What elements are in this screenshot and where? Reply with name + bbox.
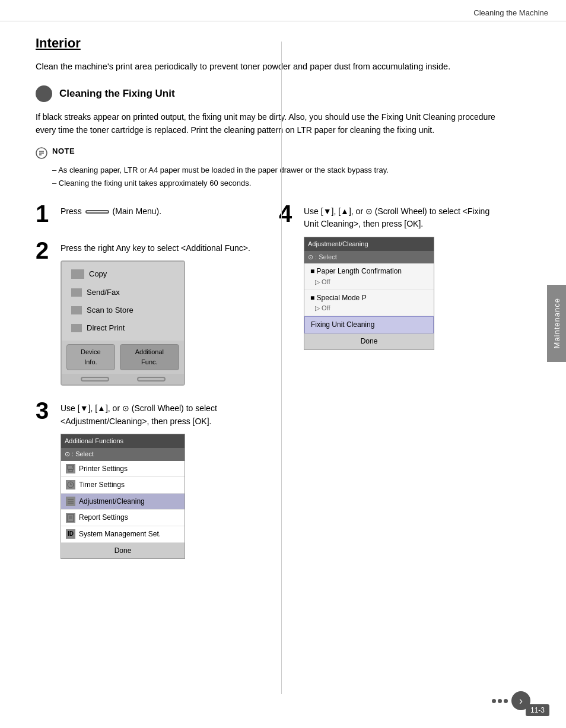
- af-done-button[interactable]: Done: [61, 543, 185, 559]
- svg-point-6: [72, 466, 73, 468]
- nav-left-button[interactable]: [81, 377, 109, 382]
- nav-dot-3: [504, 699, 508, 703]
- steps-grid: 1 Press (Main Menu). 2 Press the right A…: [36, 202, 498, 572]
- ac-fixing-unit: Fixing Unit Cleaning: [304, 316, 434, 333]
- printer-settings-icon: [66, 464, 75, 473]
- menu-send-fax: Send/Fax: [66, 284, 179, 301]
- step-2-number: 2: [36, 239, 53, 262]
- machine-nav-buttons: [62, 374, 184, 384]
- special-mode-label: ■ Special Mode P: [310, 293, 428, 304]
- direct-print-label: Direct Print: [87, 322, 125, 334]
- nav-dot-2: [498, 699, 502, 703]
- ac-special-mode: ■ Special Mode P ▷ Off: [304, 290, 434, 317]
- step-2-content: Press the right Any key to select <Addit…: [61, 239, 250, 386]
- timer-settings-icon: [66, 480, 75, 489]
- ac-menu: Adjustment/Cleaning ⊙ : Select ■ Paper L…: [304, 237, 434, 350]
- svg-rect-13: [68, 514, 74, 522]
- machine-screen: Copy Send/Fax Scan to Store: [62, 262, 184, 341]
- step-4: 4 Use [▼], [▲], or ⊙ (Scroll Wheel) to s…: [279, 202, 498, 350]
- ac-subheader: ⊙ : Select: [304, 251, 434, 263]
- main-content: Interior Clean the machine's print area …: [0, 21, 534, 586]
- machine-ui-menu: Copy Send/Fax Scan to Store: [61, 260, 185, 386]
- note-item-1: As cleaning paper, LTR or A4 paper must …: [52, 164, 498, 177]
- scan-label: Scan to Store: [87, 304, 133, 316]
- sub-section-title: Cleaning the Fixing Unit: [59, 88, 175, 100]
- page-number-badge: 11-3: [526, 704, 549, 716]
- adjustment-icon: [66, 497, 75, 506]
- adjustment-cleaning-label: Adjustment/Cleaning: [79, 496, 145, 507]
- page-header: Cleaning the Machine: [0, 0, 566, 21]
- ac-done-button[interactable]: Done: [304, 333, 434, 349]
- special-mode-sub: ▷ Off: [310, 303, 428, 313]
- copy-label: Copy: [89, 268, 107, 280]
- ac-paper-length: ■ Paper Length Confirmation ▷ Off: [304, 263, 434, 290]
- nav-right-button[interactable]: [137, 377, 166, 382]
- section-title: Interior: [36, 36, 81, 51]
- direct-print-icon: [71, 324, 82, 332]
- step-1-content: Press (Main Menu).: [61, 202, 161, 218]
- system-management-icon: ID: [66, 529, 75, 539]
- printer-settings-label: Printer Settings: [79, 463, 128, 475]
- maintenance-tab: Maintenance: [547, 285, 566, 362]
- step-3-content: Use [▼], [▲], or ⊙ (Scroll Wheel) to sel…: [61, 399, 255, 559]
- timer-settings-label: Timer Settings: [79, 479, 125, 491]
- nav-dots: [492, 699, 508, 703]
- sub-section-heading: Cleaning the Fixing Unit: [36, 85, 498, 102]
- right-col: 4 Use [▼], [▲], or ⊙ (Scroll Wheel) to s…: [279, 202, 498, 572]
- sub-section-desc: If black streaks appear on printed outpu…: [36, 110, 498, 137]
- intro-text: Clean the machine's print area periodica…: [36, 61, 498, 74]
- menu-copy: Copy: [66, 265, 179, 283]
- note-items: As cleaning paper, LTR or A4 paper must …: [36, 164, 498, 190]
- af-menu: Additional Functions ⊙ : Select Printer …: [61, 434, 185, 559]
- bottom-nav: ›: [492, 691, 530, 710]
- fixing-unit-label: Fixing Unit Cleaning: [311, 319, 427, 330]
- step-4-content: Use [▼], [▲], or ⊙ (Scroll Wheel) to sel…: [304, 202, 498, 350]
- note-icon: [36, 147, 47, 159]
- menu-direct-print: Direct Print: [66, 319, 179, 337]
- svg-rect-5: [69, 469, 72, 472]
- nav-dot-1: [492, 699, 496, 703]
- machine-buttons: Device Info. Additional Func.: [62, 341, 184, 374]
- column-divider: [281, 42, 282, 694]
- main-menu-button-icon: [85, 210, 109, 214]
- step-1-number: 1: [36, 202, 53, 225]
- additional-func-button[interactable]: Additional Func.: [120, 344, 179, 370]
- device-info-button[interactable]: Device Info.: [66, 344, 115, 370]
- step-3: 3 Use [▼], [▲], or ⊙ (Scroll Wheel) to s…: [36, 399, 255, 559]
- send-fax-label: Send/Fax: [87, 287, 120, 298]
- note-item-2: Cleaning the fixing unit takes approxima…: [52, 177, 498, 190]
- report-settings-label: Report Settings: [79, 512, 128, 523]
- maintenance-label: Maintenance: [552, 298, 561, 348]
- page-number: 11-3: [530, 706, 545, 714]
- af-menu-header: Additional Functions: [61, 434, 185, 448]
- paper-length-label: ■ Paper Length Confirmation: [310, 266, 428, 277]
- af-adjustment-cleaning: Adjustment/Cleaning: [61, 494, 185, 510]
- af-system-management: ID System Management Set.: [61, 526, 185, 543]
- note-box: NOTE: [36, 147, 498, 159]
- send-fax-icon: [71, 288, 82, 297]
- left-col: 1 Press (Main Menu). 2 Press the right A…: [36, 202, 255, 572]
- bullet-icon: [36, 85, 52, 102]
- af-printer-settings: Printer Settings: [61, 461, 185, 478]
- copy-icon: [71, 269, 84, 279]
- header-title: Cleaning the Machine: [473, 8, 548, 17]
- af-timer-settings: Timer Settings: [61, 477, 185, 494]
- af-report-settings: Report Settings: [61, 510, 185, 526]
- report-settings-icon: [66, 513, 75, 523]
- scan-icon: [71, 306, 82, 314]
- step-3-number: 3: [36, 399, 53, 422]
- note-label: NOTE: [52, 147, 75, 155]
- step-2: 2 Press the right Any key to select <Add…: [36, 239, 255, 386]
- system-management-label: System Management Set.: [79, 529, 161, 540]
- ac-header: Adjustment/Cleaning: [304, 237, 434, 251]
- step-1: 1 Press (Main Menu).: [36, 202, 255, 225]
- paper-length-sub: ▷ Off: [310, 277, 428, 287]
- af-menu-subheader: ⊙ : Select: [61, 448, 185, 460]
- menu-scan: Scan to Store: [66, 301, 179, 319]
